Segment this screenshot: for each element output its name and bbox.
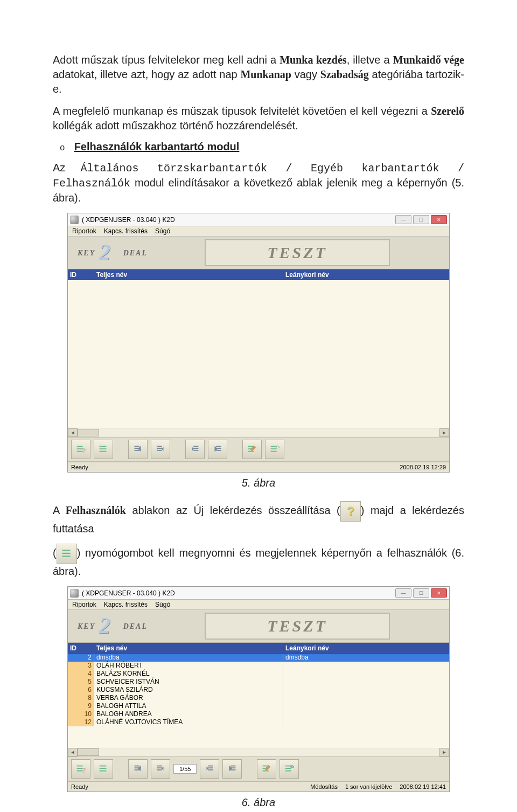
svg-rect-29 bbox=[271, 451, 277, 452]
cell-name: BALÁZS KORNÉL bbox=[94, 670, 283, 678]
table-row[interactable]: 12OLÁHNÉ VOJTOVICS TÍMEA bbox=[68, 718, 449, 726]
svg-rect-27 bbox=[271, 446, 277, 447]
scroll-left-icon[interactable]: ◄ bbox=[68, 748, 78, 757]
new-button[interactable] bbox=[280, 759, 299, 779]
cell-maiden bbox=[283, 694, 449, 702]
run-query-button[interactable] bbox=[94, 440, 113, 459]
window-titlebar[interactable]: ( XDPGENUSER - 03.040 ) K2D — ☐ ✕ bbox=[68, 587, 449, 600]
prev-record-button[interactable] bbox=[151, 440, 170, 459]
env-label: TESZT bbox=[205, 239, 390, 266]
table-row[interactable]: 2dmsdbadmsdba bbox=[68, 654, 449, 662]
svg-rect-21 bbox=[216, 450, 221, 451]
grid-header: ID Teljes név Leánykori név bbox=[68, 643, 449, 654]
text: ablakon az Új lekérdezés összeállítása ( bbox=[126, 504, 340, 516]
svg-rect-16 bbox=[193, 448, 198, 449]
scroll-left-icon[interactable]: ◄ bbox=[68, 428, 78, 437]
run-query-button[interactable] bbox=[94, 759, 113, 779]
term-szerelo: Szerelő bbox=[431, 105, 464, 117]
text: A bbox=[53, 504, 66, 516]
table-row[interactable]: 5SCHVEICER ISTVÁN bbox=[68, 678, 449, 686]
last-record-button[interactable] bbox=[222, 759, 242, 779]
svg-rect-25 bbox=[248, 451, 254, 452]
cell-id: 9 bbox=[68, 702, 94, 710]
text: , illetve a bbox=[347, 54, 393, 66]
scroll-thumb[interactable] bbox=[78, 429, 99, 436]
status-selection: 1 sor van kijelölve bbox=[345, 783, 392, 790]
term-munka-kezdes: Munka kezdés bbox=[280, 54, 346, 66]
scroll-right-icon[interactable]: ► bbox=[439, 748, 449, 757]
prev-record-button[interactable] bbox=[151, 759, 170, 779]
table-row[interactable]: 4BALÁZS KORNÉL bbox=[68, 670, 449, 678]
status-mode: Módosítás bbox=[310, 783, 338, 790]
svg-rect-62 bbox=[285, 771, 291, 772]
svg-rect-7 bbox=[135, 446, 139, 447]
horizontal-scrollbar[interactable]: ◄ ► bbox=[68, 428, 449, 437]
status-left: Ready bbox=[71, 783, 88, 790]
text: Adott műszak típus felvitelekor meg kell… bbox=[53, 54, 280, 66]
cell-id: 2 bbox=[68, 654, 94, 662]
cell-name: OLÁH RÓBERT bbox=[94, 662, 283, 670]
menu-item[interactable]: Riportok bbox=[72, 601, 96, 608]
menu-item[interactable]: Súgó bbox=[155, 601, 170, 608]
first-record-button[interactable] bbox=[128, 759, 148, 779]
scroll-thumb[interactable] bbox=[78, 748, 99, 756]
cell-id: 6 bbox=[68, 686, 94, 694]
table-row[interactable]: 8VERBA GÁBOR bbox=[68, 694, 449, 702]
table-row[interactable]: 10BALOGH ANDREA bbox=[68, 710, 449, 718]
col-id[interactable]: ID bbox=[68, 270, 94, 280]
cell-maiden bbox=[283, 678, 449, 686]
maximize-button[interactable]: ☐ bbox=[413, 215, 429, 224]
close-button[interactable]: ✕ bbox=[431, 588, 447, 598]
cell-id: 3 bbox=[68, 662, 94, 670]
new-query-button[interactable]: ? bbox=[71, 759, 90, 779]
svg-rect-60 bbox=[285, 766, 291, 767]
grid-header: ID Teljes név Leánykori név bbox=[68, 269, 449, 280]
status-bar: Ready 2008.02.19 12:29 bbox=[68, 462, 449, 472]
col-id[interactable]: ID bbox=[68, 643, 94, 653]
horizontal-scrollbar[interactable]: ◄ ► bbox=[68, 748, 449, 757]
next-record-button[interactable] bbox=[200, 759, 219, 779]
menu-item[interactable]: Riportok bbox=[72, 227, 96, 235]
grid-body[interactable]: 2dmsdbadmsdba3OLÁH RÓBERT4BALÁZS KORNÉL5… bbox=[68, 654, 449, 748]
table-row[interactable]: 3OLÁH RÓBERT bbox=[68, 662, 449, 670]
svg-rect-5 bbox=[100, 448, 107, 449]
table-row[interactable]: 6KUCSMA SZILÁRD bbox=[68, 686, 449, 694]
minimize-button[interactable]: — bbox=[395, 588, 411, 598]
cell-name: BALOGH ATTILA bbox=[94, 702, 283, 710]
col-teljes-nev[interactable]: Teljes név bbox=[94, 643, 283, 653]
paragraph-4: A Felhasználók ablakon az Új lekérdezés … bbox=[53, 501, 464, 536]
new-query-icon bbox=[340, 501, 361, 522]
cell-name: OLÁHNÉ VOJTOVICS TÍMEA bbox=[94, 718, 283, 726]
svg-rect-38 bbox=[100, 768, 107, 769]
svg-rect-6 bbox=[100, 451, 107, 452]
col-leanykori-nev[interactable]: Leánykori név bbox=[283, 270, 449, 280]
col-teljes-nev[interactable]: Teljes név bbox=[94, 270, 283, 280]
cell-maiden bbox=[283, 686, 449, 694]
new-button[interactable] bbox=[265, 440, 284, 459]
grid-body[interactable] bbox=[68, 280, 449, 428]
window-titlebar[interactable]: ( XDPGENUSER - 03.040 ) K2D — ☐ ✕ bbox=[68, 213, 449, 226]
new-query-button[interactable]: ? bbox=[71, 440, 90, 459]
menu-item[interactable]: Súgó bbox=[155, 227, 170, 235]
col-leanykori-nev[interactable]: Leánykori név bbox=[283, 643, 449, 653]
menu-item[interactable]: Kapcs. frissítés bbox=[104, 601, 148, 608]
next-record-button[interactable] bbox=[185, 440, 205, 459]
first-record-button[interactable] bbox=[128, 440, 148, 459]
logo-bar: 2 TESZT bbox=[68, 610, 449, 643]
menu-item[interactable]: Kapcs. frissítés bbox=[104, 227, 148, 235]
bullet-mark: o bbox=[53, 143, 72, 152]
edit-button[interactable] bbox=[242, 440, 262, 459]
last-record-button[interactable] bbox=[208, 440, 227, 459]
edit-button[interactable] bbox=[257, 759, 276, 779]
svg-rect-50 bbox=[208, 769, 213, 771]
minimize-button[interactable]: — bbox=[395, 215, 411, 224]
svg-text:?: ? bbox=[82, 766, 86, 774]
cell-id: 10 bbox=[68, 710, 94, 718]
text: A megfelelő munkanap és műszak típusok f… bbox=[53, 105, 431, 117]
svg-rect-30 bbox=[62, 550, 70, 551]
close-button[interactable]: ✕ bbox=[431, 215, 447, 224]
text: kollégák adott műszakhoz történő hozzáre… bbox=[53, 120, 298, 131]
scroll-right-icon[interactable]: ► bbox=[439, 428, 449, 437]
maximize-button[interactable]: ☐ bbox=[413, 588, 429, 598]
table-row[interactable]: 9BALOGH ATTILA bbox=[68, 702, 449, 710]
